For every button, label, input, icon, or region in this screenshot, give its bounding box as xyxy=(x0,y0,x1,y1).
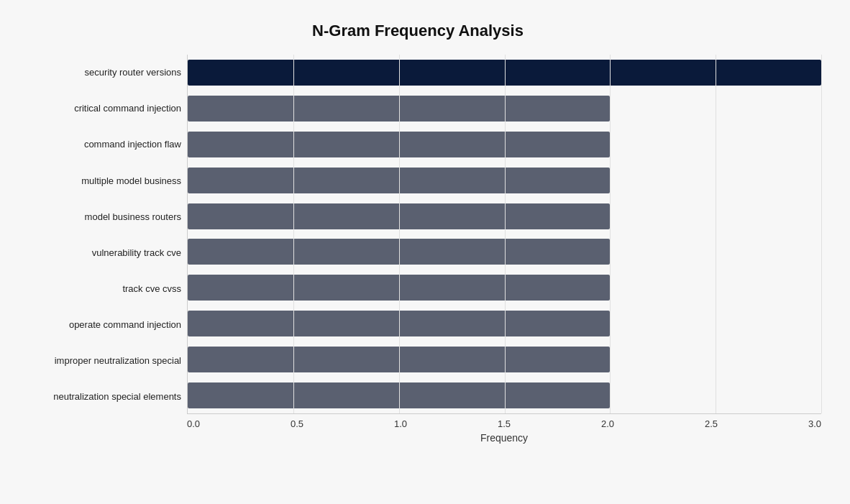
plot-area: 0.00.51.01.52.02.53.0 Frequency xyxy=(187,55,821,444)
chart-container: N-Gram Frequency Analysis security route… xyxy=(0,0,850,504)
bar-row xyxy=(188,270,821,305)
x-axis-label: Frequency xyxy=(187,432,821,444)
chart-title: N-Gram Frequency Analysis xyxy=(14,14,821,40)
x-tick: 1.5 xyxy=(498,418,511,429)
bar xyxy=(188,275,610,301)
bar xyxy=(188,311,610,336)
bar-row xyxy=(188,342,821,377)
x-tick: 1.0 xyxy=(394,418,407,429)
bar xyxy=(188,168,610,193)
y-label: critical command injection xyxy=(74,103,181,114)
bar-row xyxy=(188,234,821,269)
bar-row xyxy=(188,163,821,198)
bar xyxy=(188,96,610,122)
bar xyxy=(188,203,610,229)
y-axis: security router versionscritical command… xyxy=(14,55,187,444)
y-label: track cve cvss xyxy=(122,283,181,295)
bar xyxy=(188,132,610,157)
y-label: command injection flaw xyxy=(84,139,181,150)
y-label: operate command injection xyxy=(69,319,181,331)
grid-line xyxy=(821,55,822,413)
bar xyxy=(188,60,821,86)
bar xyxy=(188,239,610,265)
bar-row xyxy=(188,378,821,413)
x-tick: 0.5 xyxy=(291,418,303,429)
chart-area: security router versionscritical command… xyxy=(14,55,821,444)
y-label: security router versions xyxy=(85,67,181,78)
bar-row xyxy=(188,91,821,126)
x-tick: 0.0 xyxy=(187,418,200,429)
x-axis: 0.00.51.01.52.02.53.0 xyxy=(187,414,821,429)
bars-wrapper xyxy=(187,55,821,414)
bar-row xyxy=(188,306,821,341)
bar-row xyxy=(188,199,821,234)
y-label: improper neutralization special xyxy=(55,355,181,367)
bar-row xyxy=(188,55,821,90)
y-label: multiple model business xyxy=(81,175,181,187)
x-tick: 2.5 xyxy=(705,418,718,429)
x-tick: 3.0 xyxy=(808,418,821,429)
y-label: neutralization special elements xyxy=(53,391,181,403)
bar xyxy=(188,382,610,408)
bar xyxy=(188,347,610,372)
y-label: model business routers xyxy=(85,211,181,223)
y-label: vulnerability track cve xyxy=(92,247,181,259)
bar-row xyxy=(188,127,821,162)
x-tick: 2.0 xyxy=(601,418,614,429)
